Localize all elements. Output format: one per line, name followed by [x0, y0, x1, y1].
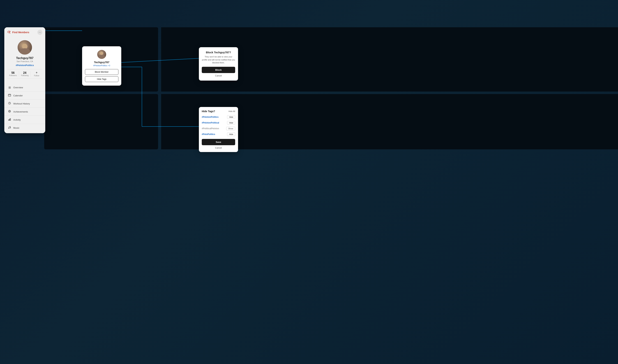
svg-line-9	[9, 33, 10, 34]
nav-section: ⊞ Overview Calender Workout Hist	[4, 82, 45, 133]
hide-tags-header: Hide Tags? Hide All	[202, 110, 235, 113]
hide-tags-dialog: Hide Tags? Hide All #PelotonPolitics Hid…	[199, 107, 238, 152]
hide-tags-button[interactable]: Hide Tags	[85, 76, 118, 82]
popup-card: Techguy787 #PelotonPolitics +3 Block Mem…	[82, 46, 121, 86]
following-label: Following	[21, 75, 28, 77]
tag-row-0: #PelotonPolitics Hide	[202, 115, 235, 119]
followers-count: 56	[11, 71, 14, 75]
svg-rect-18	[8, 120, 9, 120]
workout-history-icon	[8, 102, 11, 105]
nav-label-music: Music	[13, 127, 19, 129]
nav-item-calendar[interactable]: Calender	[4, 91, 45, 99]
hide-tags-cancel-link[interactable]: Cancel	[202, 147, 235, 149]
header-left: Find Members	[7, 30, 29, 34]
nav-label-overview: Overview	[13, 86, 23, 89]
find-members-label: Find Members	[12, 31, 29, 34]
calendar-icon	[8, 94, 11, 97]
more-options-button[interactable]: ···	[37, 30, 42, 35]
block-dialog-body: They won't be able to view your profile …	[202, 55, 235, 64]
popup-avatar	[97, 50, 106, 59]
nav-item-music[interactable]: Music	[4, 124, 45, 132]
follow-label: Follow	[34, 75, 39, 77]
block-dialog-title: Block Techguy787?	[202, 51, 235, 54]
popup-username: Techguy787	[94, 61, 109, 64]
tag-name-3: #PeloPolitics	[202, 133, 215, 135]
tag-link[interactable]: #PelotonPolitics	[16, 64, 34, 66]
hide-all-button[interactable]: Hide All	[228, 110, 235, 112]
svg-point-17	[9, 111, 10, 112]
overview-icon: ⊞	[8, 86, 11, 89]
save-button[interactable]: Save	[202, 139, 235, 145]
svg-rect-20	[10, 118, 11, 120]
svg-point-16	[8, 110, 11, 112]
tag-action-button-0[interactable]: Hide	[227, 115, 235, 119]
following-stat: 24 Following	[19, 71, 31, 77]
music-icon	[8, 126, 11, 130]
svg-point-21	[8, 128, 9, 129]
nav-item-workout-history[interactable]: Workout History	[4, 99, 45, 107]
tag-action-button-1[interactable]: Hide	[227, 121, 235, 125]
activity-icon	[8, 118, 11, 121]
following-count: 24	[23, 71, 27, 75]
tag-name-0: #PelotonPolitics	[202, 116, 218, 118]
tag-name-2: #PoliticalPeloton	[202, 127, 219, 130]
follow-plus-icon: +	[36, 71, 38, 74]
bottom-center-panel	[44, 94, 158, 149]
block-confirm-button[interactable]: Block	[202, 67, 235, 73]
block-member-button[interactable]: Block Member	[85, 69, 118, 75]
location: San Francisco, CA	[16, 60, 33, 63]
panel-header: Find Members ···	[4, 27, 45, 37]
profile-section: Techguy787 San Francisco, CA #PelotonPol…	[4, 37, 45, 82]
tag-action-button-3[interactable]: Hide	[227, 132, 235, 136]
nav-label-activity: Activity	[13, 118, 21, 121]
tag-row-2: #PoliticalPeloton Show	[202, 127, 235, 130]
achievements-icon	[8, 110, 11, 113]
svg-point-22	[10, 128, 11, 128]
tag-row-1: #PelotonPolitical Hide	[202, 121, 235, 125]
tag-action-button-2[interactable]: Show	[226, 127, 235, 130]
svg-rect-19	[9, 119, 10, 120]
follow-button[interactable]: + Follow	[31, 71, 42, 77]
tag-row-3: #PeloPolitics Hide	[202, 132, 235, 136]
find-members-icon	[7, 30, 11, 34]
tag-name-1: #PelotonPolitical	[202, 121, 219, 124]
svg-rect-11	[8, 94, 11, 96]
left-panel: Find Members ··· Techguy787 San Francisc…	[4, 27, 45, 133]
followers-stat: 56 Followers	[7, 71, 19, 77]
nav-item-achievements[interactable]: Achievements	[4, 107, 45, 116]
stats-row: 56 Followers 24 Following + Follow	[7, 69, 42, 79]
avatar	[18, 40, 32, 54]
popup-tags: #PelotonPolitics +3	[93, 65, 110, 66]
block-dialog: Block Techguy787? They won't be able to …	[199, 47, 238, 81]
avatar-image	[18, 40, 32, 54]
nav-label-achievements: Achievements	[13, 110, 28, 113]
nav-label-calendar: Calender	[13, 94, 23, 97]
username: Techguy787	[16, 56, 33, 60]
hide-tags-title: Hide Tags?	[202, 110, 215, 113]
nav-label-workout-history: Workout History	[13, 102, 30, 105]
nav-item-overview[interactable]: ⊞ Overview	[4, 84, 45, 91]
nav-item-activity[interactable]: Activity	[4, 116, 45, 124]
block-cancel-link[interactable]: Cancel	[202, 75, 235, 77]
followers-label: Followers	[9, 75, 17, 77]
